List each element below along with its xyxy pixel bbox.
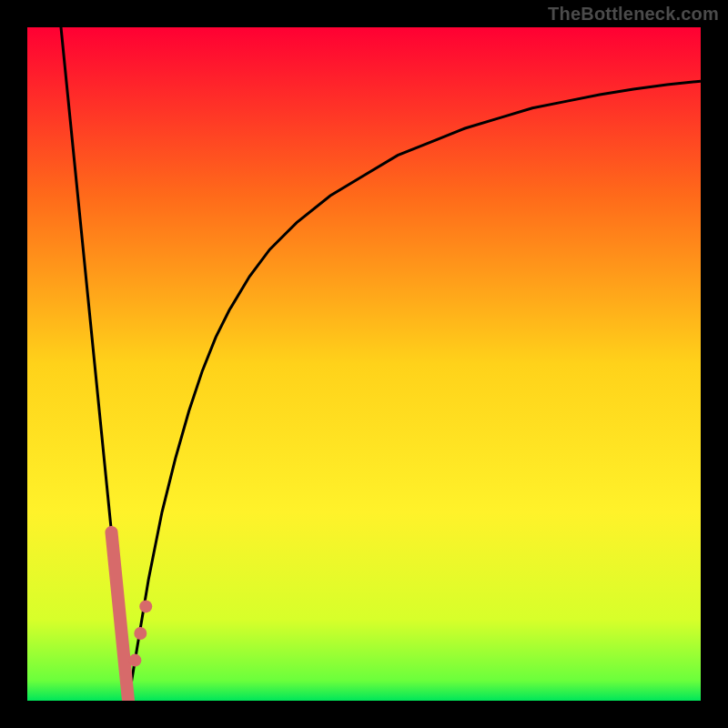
bottleneck-chart <box>0 0 728 728</box>
chart-container: TheBottleneck.com <box>0 0 728 728</box>
highlight-dot <box>134 627 147 640</box>
highlight-dot <box>139 600 152 612</box>
watermark-text: TheBottleneck.com <box>548 4 719 25</box>
plot-background <box>27 27 701 701</box>
highlight-dot <box>128 654 141 667</box>
